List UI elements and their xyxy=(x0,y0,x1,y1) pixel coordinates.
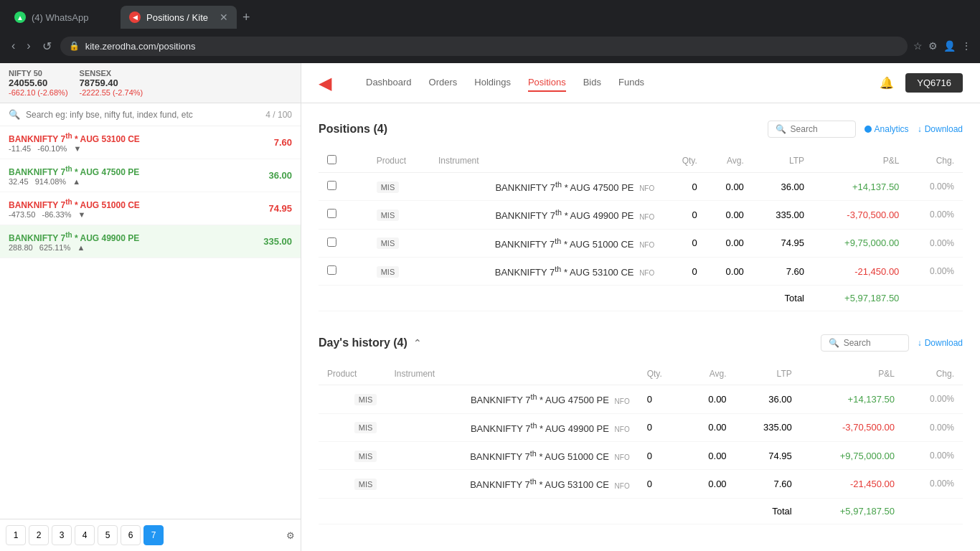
change-detail: -11.45 -60.10% ▼ xyxy=(9,144,81,153)
positions-search-input[interactable] xyxy=(791,124,848,134)
instrument-name: BANKNIFTY 7th * AUG 49900 PE xyxy=(9,231,139,243)
list-item[interactable]: BANKNIFTY 7th * AUG 51000 CE -473.50 -86… xyxy=(0,192,301,225)
history-search-box: 🔍 xyxy=(821,334,909,352)
analytics-button[interactable]: Analytics xyxy=(864,124,909,134)
product-badge: MIS xyxy=(354,394,377,405)
user-id-button[interactable]: YQ6716 xyxy=(905,73,963,93)
bookmark-icon[interactable]: ☆ xyxy=(913,40,923,52)
sidebar-search-input[interactable] xyxy=(26,110,260,120)
history-header: Day's history (4) ⌃ 🔍 ↓ Download xyxy=(319,323,963,352)
back-button[interactable]: ‹ xyxy=(9,37,18,55)
extensions-icon[interactable]: ⚙ xyxy=(928,40,938,52)
browser-chrome: ▲ (4) WhatsApp ◀ Positions / Kite ✕ + ‹ … xyxy=(0,0,980,63)
history-section: Day's history (4) ⌃ 🔍 ↓ Download xyxy=(301,323,980,541)
search-icon: 🔍 xyxy=(9,109,20,120)
nfo-badge: NFO xyxy=(615,425,630,433)
nfo-badge: NFO xyxy=(639,213,654,221)
menu-icon[interactable]: ⋮ xyxy=(961,40,971,52)
radio-icon xyxy=(864,126,872,133)
address-bar[interactable]: 🔒 kite.zerodha.com/positions xyxy=(60,37,908,56)
sidebar-list: BANKNIFTY 7th * AUG 53100 CE -11.45 -60.… xyxy=(0,126,301,519)
page-7-button[interactable]: 7 xyxy=(143,525,164,545)
table-row: MIS BANKNIFTY 7th * AUG 49900 PE NFO 0 0… xyxy=(319,413,963,441)
kite-tab-close[interactable]: ✕ xyxy=(220,11,228,23)
nav-dashboard[interactable]: Dashboard xyxy=(366,74,412,92)
nav-positions[interactable]: Positions xyxy=(528,74,566,92)
nav-bids[interactable]: Bids xyxy=(583,74,601,92)
ticker-bar: NIFTY 50 24055.60 -662.10 (-2.68%) SENSE… xyxy=(0,63,301,103)
page-3-button[interactable]: 3 xyxy=(52,525,72,545)
ltp-cell: 74.95 xyxy=(753,229,813,257)
download-icon: ↓ xyxy=(918,124,922,134)
positions-download-button[interactable]: ↓ Download xyxy=(918,124,963,134)
change-detail: -473.50 -86.33% ▼ xyxy=(9,210,86,219)
page-2-button[interactable]: 2 xyxy=(29,525,49,545)
history-actions: 🔍 ↓ Download xyxy=(821,334,963,352)
positions-section: Positions (4) 🔍 Analytics ↓ Download xyxy=(301,103,980,323)
collapse-icon[interactable]: ⌃ xyxy=(413,337,422,349)
product-badge: MIS xyxy=(354,422,377,433)
history-table: Product Instrument Qty. Avg. LTP P&L Chg… xyxy=(319,363,963,524)
nav-actions: ☆ ⚙ 👤 ⋮ xyxy=(913,40,971,52)
product-badge: MIS xyxy=(377,182,400,193)
instrument-name: BANKNIFTY 7th * AUG 53100 CE xyxy=(9,132,140,144)
instrument-cell: BANKNIFTY 7th * AUG 47500 PE NFO xyxy=(385,385,638,413)
whatsapp-favicon: ▲ xyxy=(14,11,26,23)
pnl-value: 335.00 xyxy=(263,236,292,247)
qty-cell: 0 xyxy=(639,470,684,498)
col-instrument: Instrument xyxy=(430,149,663,173)
nfo-badge: NFO xyxy=(639,269,654,277)
pnl-value: 36.00 xyxy=(268,170,292,181)
positions-table: Product Instrument Qty. Avg. LTP P&L Chg… xyxy=(319,149,963,311)
nfo-badge: NFO xyxy=(615,453,630,461)
instrument-cell: BANKNIFTY 7th * AUG 53100 CE NFO xyxy=(430,257,663,285)
forward-button[interactable]: › xyxy=(24,37,33,55)
page-4-button[interactable]: 4 xyxy=(75,525,95,545)
kite-favicon: ◀ xyxy=(129,11,141,23)
tab-kite[interactable]: ◀ Positions / Kite ✕ xyxy=(121,6,237,29)
refresh-button[interactable]: ↺ xyxy=(39,37,55,56)
page-6-button[interactable]: 6 xyxy=(121,525,141,545)
tab-whatsapp[interactable]: ▲ (4) WhatsApp xyxy=(6,6,121,29)
product-badge: MIS xyxy=(377,266,400,278)
page-1-button[interactable]: 1 xyxy=(6,525,26,545)
nav-orders[interactable]: Orders xyxy=(429,74,458,92)
row-checkbox[interactable] xyxy=(327,209,336,218)
pnl-cell: -21,450.00 xyxy=(801,470,903,498)
notification-icon[interactable]: 🔔 xyxy=(880,76,894,90)
settings-icon[interactable]: ⚙ xyxy=(286,530,295,541)
history-search-input[interactable] xyxy=(844,338,901,348)
list-item[interactable]: BANKNIFTY 7th * AUG 49900 PE 288.80 625.… xyxy=(0,225,301,258)
list-item[interactable]: BANKNIFTY 7th * AUG 47500 PE 32.45 914.0… xyxy=(0,159,301,192)
history-download-button[interactable]: ↓ Download xyxy=(918,338,963,348)
list-item[interactable]: BANKNIFTY 7th * AUG 53100 CE -11.45 -60.… xyxy=(0,126,301,159)
new-tab-button[interactable]: + xyxy=(242,10,250,25)
nav-holdings[interactable]: Holdings xyxy=(474,74,511,92)
row-checkbox[interactable] xyxy=(327,181,336,190)
nav-funds[interactable]: Funds xyxy=(618,74,644,92)
sidebar: NIFTY 50 24055.60 -662.10 (-2.68%) SENSE… xyxy=(0,63,301,551)
page-5-button[interactable]: 5 xyxy=(98,525,118,545)
qty-cell: 0 xyxy=(663,201,706,229)
nifty-change: -662.10 (-2.68%) xyxy=(9,88,68,97)
select-all-checkbox[interactable] xyxy=(327,155,336,164)
instrument-cell: BANKNIFTY 7th * AUG 49900 PE NFO xyxy=(385,413,638,441)
hist-col-product: Product xyxy=(319,363,385,385)
pnl-info: 7.60 xyxy=(274,137,292,148)
ltp-cell: 335.00 xyxy=(753,201,813,229)
product-badge: MIS xyxy=(377,209,400,221)
row-checkbox[interactable] xyxy=(327,265,336,275)
instrument-cell: BANKNIFTY 7th * AUG 49900 PE NFO xyxy=(430,201,663,229)
download-icon: ↓ xyxy=(918,338,922,348)
chg-cell: 0.00% xyxy=(908,173,963,201)
history-title: Day's history (4) xyxy=(319,336,407,349)
positions-actions: 🔍 Analytics ↓ Download xyxy=(768,121,963,138)
instrument-cell: BANKNIFTY 7th * AUG 47500 PE NFO xyxy=(430,173,663,201)
profile-icon[interactable]: 👤 xyxy=(943,40,956,52)
ltp-cell: 7.60 xyxy=(735,470,801,498)
instrument-details: -11.45 -60.10% ▼ xyxy=(9,144,140,153)
qty-cell: 0 xyxy=(639,441,684,469)
instrument-name: BANKNIFTY 7th * AUG 51000 CE xyxy=(9,198,140,210)
nfo-badge: NFO xyxy=(639,184,654,192)
row-checkbox[interactable] xyxy=(327,237,336,247)
